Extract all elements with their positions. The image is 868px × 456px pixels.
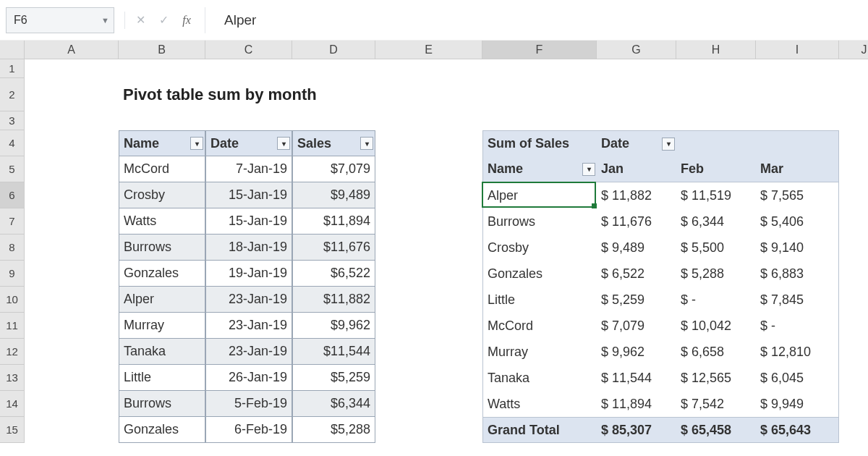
table-cell[interactable]: $6,344 [292,391,375,417]
pivot-value[interactable]: $ 6,045 [756,365,839,391]
table-cell[interactable]: 23-Jan-19 [205,287,292,313]
row-header[interactable]: 1 [0,59,25,78]
pivot-row-name[interactable]: Gonzales [482,261,597,287]
pivot-value[interactable]: $ - [676,287,756,313]
table-cell[interactable]: Gonzales [119,417,205,443]
table-cell[interactable]: $5,259 [292,365,375,391]
pivot-value[interactable]: $ 7,542 [676,391,756,417]
table-cell[interactable]: Burrows [119,391,205,417]
table-cell[interactable]: Tanaka [119,339,205,365]
formula-input[interactable]: Alper [205,7,862,33]
pivot-value[interactable]: $ 12,810 [756,339,839,365]
table-cell[interactable]: Gonzales [119,261,205,287]
table-cell[interactable]: 5-Feb-19 [205,391,292,417]
confirm-icon[interactable]: ✓ [156,13,171,27]
row-header[interactable]: 14 [0,391,25,417]
pivot-value[interactable]: $ 7,845 [756,287,839,313]
table-cell[interactable]: 15-Jan-19 [205,182,292,208]
pivot-value[interactable]: $ 6,344 [676,208,756,235]
table-cell[interactable]: McCord [119,156,205,182]
source-header[interactable]: Name▾ [119,130,205,156]
row-header[interactable]: 9 [0,261,25,287]
table-cell[interactable]: Burrows [119,235,205,261]
row-header[interactable]: 6 [0,182,25,208]
pivot-row-name[interactable]: Tanaka [482,365,597,391]
table-cell[interactable]: 18-Jan-19 [205,235,292,261]
pivot-value[interactable]: $ 6,883 [756,261,839,287]
pivot-row-name[interactable]: McCord [482,313,597,339]
column-header[interactable]: I [756,41,839,59]
table-cell[interactable]: $7,079 [292,156,375,182]
table-cell[interactable]: 26-Jan-19 [205,365,292,391]
table-cell[interactable]: $5,288 [292,417,375,443]
pivot-value[interactable]: $ 9,949 [756,391,839,417]
row-header[interactable]: 15 [0,417,25,443]
pivot-col-field[interactable]: Date▾ [597,130,676,156]
table-cell[interactable]: Alper [119,287,205,313]
table-cell[interactable]: $11,894 [292,208,375,235]
source-header[interactable]: Date▾ [205,130,292,156]
pivot-value[interactable]: $ 5,259 [597,287,676,313]
pivot-value[interactable]: $ 10,042 [676,313,756,339]
pivot-row-name[interactable]: Alper [482,182,597,208]
table-cell[interactable]: 6-Feb-19 [205,417,292,443]
pivot-value[interactable]: $ 11,894 [597,391,676,417]
filter-dropdown-icon[interactable]: ▾ [190,137,203,150]
pivot-value[interactable]: $ 11,676 [597,208,676,235]
pivot-value[interactable]: $ 9,140 [756,235,839,261]
row-header[interactable]: 4 [0,130,25,156]
pivot-value[interactable]: $ 9,489 [597,235,676,261]
table-cell[interactable]: 23-Jan-19 [205,313,292,339]
table-cell[interactable]: $11,544 [292,339,375,365]
select-all-corner[interactable] [0,41,25,59]
pivot-value[interactable]: $ 6,522 [597,261,676,287]
column-header[interactable]: E [375,41,482,59]
row-header[interactable]: 11 [0,313,25,339]
pivot-value[interactable]: $ 11,519 [676,182,756,208]
table-cell[interactable]: 7-Jan-19 [205,156,292,182]
pivot-value[interactable]: $ 5,406 [756,208,839,235]
row-header[interactable]: 10 [0,287,25,313]
table-cell[interactable]: 23-Jan-19 [205,339,292,365]
source-header[interactable]: Sales▾ [292,130,375,156]
pivot-row-name[interactable]: Burrows [482,208,597,235]
column-header[interactable]: C [205,41,292,59]
fx-icon[interactable]: fx [179,14,195,27]
row-header[interactable]: 13 [0,365,25,391]
worksheet[interactable]: ABCDEFGHIJ 123456789101112131415 Pivot t… [0,41,868,456]
column-header[interactable]: D [292,41,375,59]
pivot-value[interactable]: $ 5,500 [676,235,756,261]
pivot-row-name[interactable]: Murray [482,339,597,365]
pivot-value[interactable]: $ 11,882 [597,182,676,208]
table-cell[interactable]: 15-Jan-19 [205,208,292,235]
table-cell[interactable]: $11,882 [292,287,375,313]
pivot-row-name[interactable]: Crosby [482,235,597,261]
pivot-value[interactable]: $ 12,565 [676,365,756,391]
pivot-value[interactable]: $ 6,658 [676,339,756,365]
table-cell[interactable]: $9,489 [292,182,375,208]
table-cell[interactable]: $9,962 [292,313,375,339]
pivot-value[interactable]: $ 5,288 [676,261,756,287]
table-cell[interactable]: Murray [119,313,205,339]
row-header[interactable]: 5 [0,156,25,182]
pivot-row-field[interactable]: Name▾ [482,156,597,182]
filter-dropdown-icon[interactable]: ▾ [582,163,595,176]
pivot-value[interactable]: $ 7,079 [597,313,676,339]
row-header[interactable]: 12 [0,339,25,365]
column-header[interactable]: B [119,41,205,59]
table-cell[interactable]: $6,522 [292,261,375,287]
pivot-row-name[interactable]: Watts [482,391,597,417]
column-header[interactable]: A [25,41,119,59]
table-cell[interactable]: $11,676 [292,235,375,261]
filter-dropdown-icon[interactable]: ▾ [277,137,290,150]
table-cell[interactable]: 19-Jan-19 [205,261,292,287]
table-cell[interactable]: Crosby [119,182,205,208]
filter-dropdown-icon[interactable]: ▾ [360,137,373,150]
row-header[interactable]: 3 [0,111,25,130]
pivot-value[interactable]: $ 11,544 [597,365,676,391]
cancel-icon[interactable]: ✕ [132,13,148,27]
column-header[interactable]: G [597,41,676,59]
row-header[interactable]: 2 [0,78,25,111]
table-cell[interactable]: Watts [119,208,205,235]
pivot-value[interactable]: $ 9,962 [597,339,676,365]
